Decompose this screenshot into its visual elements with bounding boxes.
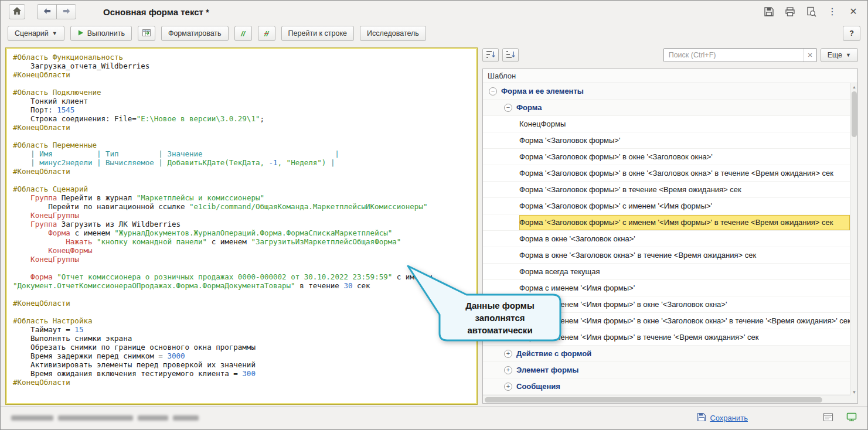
tree-item[interactable]: Форма в окне '<Заголовок окна>' в течени… bbox=[483, 247, 850, 264]
tree-item[interactable]: Форма всегда текущая bbox=[483, 264, 850, 280]
forward-icon bbox=[62, 8, 71, 16]
client-screen-icon[interactable] bbox=[846, 412, 857, 424]
tree-item-label: Форма с именем '<Имя формы>' bbox=[519, 281, 850, 296]
tree-item-label: Сообщения bbox=[516, 379, 850, 394]
tree-item[interactable]: Форма с именем '<Имя формы>' в окне '<За… bbox=[483, 313, 850, 329]
tree-item-label: Форма '<Заголовок формы>' с именем '<Имя… bbox=[519, 199, 850, 214]
home-button[interactable] bbox=[9, 4, 25, 19]
nav-buttons bbox=[37, 4, 76, 19]
code-line: Время ожидания включения тестируемого кл… bbox=[13, 369, 470, 378]
search-input[interactable] bbox=[664, 49, 804, 62]
tree-item-label: Элемент формы bbox=[516, 363, 850, 378]
tree-item[interactable]: Форма с именем '<Имя формы>' в течение '… bbox=[483, 329, 850, 346]
back-button[interactable] bbox=[37, 4, 57, 19]
code-line: #КонецОбласти bbox=[13, 299, 470, 308]
format-button[interactable]: Форматировать bbox=[161, 26, 229, 41]
vertical-scroll-thumb[interactable] bbox=[852, 91, 857, 137]
tree-item[interactable]: Форма '<Заголовок формы>' в окне '<Загол… bbox=[483, 149, 850, 165]
tree-item-label: Форма '<Заголовок формы>' в течение <Вре… bbox=[519, 182, 850, 197]
expand-icon[interactable]: + bbox=[504, 366, 512, 374]
template-tree-panel: Шаблон −Форма и ее элементы−ФормаКонецФо… bbox=[482, 69, 858, 404]
preview-icon[interactable] bbox=[805, 6, 817, 18]
report-icon[interactable] bbox=[823, 412, 833, 424]
tree-item[interactable]: −Форма bbox=[483, 100, 850, 116]
play-icon bbox=[77, 29, 84, 38]
code-line: #Область Функциональность bbox=[13, 53, 470, 62]
code-line bbox=[13, 264, 470, 272]
tree-item-label: Форма и ее элементы bbox=[501, 84, 850, 99]
tree-item-label: Форма '<Заголовок формы>' с именем '<Имя… bbox=[519, 215, 850, 230]
scroll-up-icon[interactable]: ▲ bbox=[850, 83, 858, 90]
tree-item-label: Форма с именем '<Имя формы>' в течение '… bbox=[519, 330, 850, 345]
sort-desc-icon bbox=[506, 50, 515, 60]
sort-desc-button[interactable] bbox=[502, 48, 519, 62]
scenario-menu-button[interactable]: Сценарий ▼ bbox=[8, 26, 64, 41]
tree-item[interactable]: +Действие с формой bbox=[483, 346, 850, 362]
horizontal-scrollbar[interactable] bbox=[483, 395, 850, 403]
tree-item[interactable]: Форма '<Заголовок формы>' bbox=[483, 132, 850, 149]
sort-asc-button[interactable] bbox=[482, 48, 499, 62]
collapse-icon[interactable]: − bbox=[489, 87, 497, 95]
page-title: Основная форма текст * bbox=[103, 7, 209, 17]
code-line: | минус2недели | Вычисляемое | ДобавитьК… bbox=[13, 158, 470, 167]
close-icon[interactable]: ✕ bbox=[847, 6, 859, 18]
code-line bbox=[13, 79, 470, 88]
tree-item[interactable]: Форма с именем '<Имя формы>' bbox=[483, 280, 850, 296]
print-icon[interactable] bbox=[784, 6, 796, 18]
tree-item-label: Форма '<Заголовок формы>' bbox=[519, 133, 850, 148]
tree-item[interactable]: КонецФормы bbox=[483, 116, 850, 132]
kebab-menu-icon[interactable]: ⋮ bbox=[826, 6, 838, 18]
run-button[interactable]: Выполнить bbox=[70, 26, 132, 41]
code-line: Порт: 1545 bbox=[13, 105, 470, 114]
explorer-button[interactable]: Исследователь bbox=[360, 26, 426, 41]
expand-icon[interactable]: + bbox=[504, 350, 512, 358]
collapse-icon[interactable]: − bbox=[504, 104, 512, 112]
code-line: Перейти по навигационной ссылке "e1cib/c… bbox=[13, 202, 470, 211]
tree-item[interactable]: −Форма и ее элементы bbox=[483, 83, 850, 100]
tree-item-label: Форма '<Заголовок формы>' в окне '<Загол… bbox=[519, 166, 850, 181]
tree-item-label: Форма в окне '<Заголовок окна>' в течени… bbox=[519, 248, 850, 263]
horizontal-scroll-thumb[interactable] bbox=[485, 397, 822, 402]
tree-item[interactable]: Форма '<Заголовок формы>' с именем '<Имя… bbox=[483, 198, 850, 214]
chevron-down-icon: ▼ bbox=[846, 53, 851, 58]
search-clear-icon[interactable]: ✕ bbox=[804, 49, 816, 62]
comment-button[interactable]: // bbox=[234, 26, 252, 41]
run-table-button[interactable] bbox=[138, 26, 155, 41]
code-editor[interactable]: #Область Функциональность Загрузка_отчет… bbox=[5, 47, 478, 405]
tree-item-label: Форма '<Заголовок формы>' в окне '<Загол… bbox=[519, 149, 850, 165]
code-line: "Документ.ОтчетКомиссионераОПродажах.Фор… bbox=[13, 281, 470, 290]
vertical-scrollbar[interactable]: ▲ ▼ bbox=[850, 83, 857, 395]
title-bar: Основная форма текст * ⋮ ✕ bbox=[1, 1, 867, 23]
tree-item[interactable]: +Сообщения bbox=[483, 378, 850, 395]
code-line bbox=[13, 132, 470, 141]
toolbar: Сценарий ▼ Выполнить Форматировать // //… bbox=[1, 23, 867, 44]
tree-item[interactable]: Форма '<Заголовок формы>' в окне '<Загол… bbox=[483, 165, 850, 182]
more-button[interactable]: Еще ▼ bbox=[821, 48, 858, 62]
code-line: Обрезать снимки по границе основного окн… bbox=[13, 343, 470, 351]
code-line: КонецГруппы bbox=[13, 255, 470, 264]
code-line: #Область Переменные bbox=[13, 141, 470, 149]
goto-line-label: Перейти к строке bbox=[288, 29, 347, 37]
code-line: Время задержки перед снимком = 3000 bbox=[13, 351, 470, 360]
template-toolbar: ✕ Еще ▼ bbox=[482, 46, 858, 64]
help-button[interactable]: ? bbox=[843, 26, 860, 41]
tree-item[interactable]: Форма '<Заголовок формы>' с именем '<Имя… bbox=[483, 214, 850, 231]
scroll-down-icon[interactable]: ▼ bbox=[850, 388, 858, 395]
tree-item[interactable]: Форма в окне '<Заголовок окна>' bbox=[483, 231, 850, 247]
sort-asc-icon bbox=[486, 50, 495, 60]
uncomment-button[interactable]: // bbox=[258, 26, 275, 41]
tree-item[interactable]: Форма с именем '<Имя формы>' в окне '<За… bbox=[483, 296, 850, 313]
tree-item-label: Форма с именем '<Имя формы>' в окне '<За… bbox=[519, 313, 850, 329]
search-box: ✕ bbox=[663, 48, 817, 62]
save-link[interactable]: Сохранить bbox=[697, 412, 748, 424]
save-icon[interactable] bbox=[763, 6, 775, 18]
forward-button[interactable] bbox=[56, 4, 76, 19]
status-icons bbox=[823, 412, 857, 424]
goto-line-button[interactable]: Перейти к строке bbox=[281, 26, 354, 41]
expand-icon[interactable]: + bbox=[504, 383, 512, 391]
tree-item[interactable]: +Элемент формы bbox=[483, 362, 850, 378]
run-label: Выполнить bbox=[87, 29, 125, 37]
tree-item[interactable]: Форма '<Заголовок формы>' в течение <Вре… bbox=[483, 182, 850, 198]
code-line: Выполнять снимки экрана bbox=[13, 334, 470, 343]
title-icons: ⋮ ✕ bbox=[763, 6, 859, 18]
